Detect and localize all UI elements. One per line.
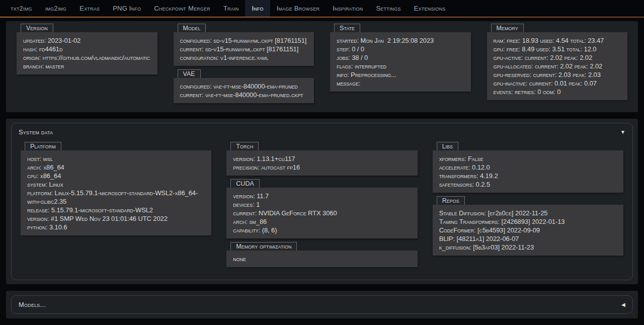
- tab-settings[interactable]: Settings: [369, 0, 407, 17]
- state-info: info: Preprocessing...: [337, 70, 464, 79]
- memory-column: Memory ram: free: 18.93 used: 4.54 total…: [487, 24, 628, 104]
- memory-gpu-reserved: gpu-reserved: current: 2.03 peak: 2.03: [494, 70, 621, 79]
- state-step: step: 0 / 0: [337, 45, 464, 53]
- models-accordion: Models... ◀: [11, 295, 633, 314]
- tab-png-info[interactable]: PNG Info: [106, 0, 147, 17]
- model-panel: Model configured: sd-v15-runwayml.ckpt […: [174, 24, 314, 66]
- state-column: State started: Mon Jan 2 19:25:08 2023 s…: [330, 24, 471, 95]
- cuda-version: version: 11.7: [233, 192, 411, 200]
- platform-python: python: 3.10.6: [27, 223, 205, 231]
- system-data-accordion: System data ▼ Platform host: wsl arch: x…: [11, 123, 633, 280]
- vae-panel-title: VAE: [178, 69, 201, 78]
- state-started: started: Mon Jan 2 19:25:08 2023: [337, 36, 464, 45]
- repos-blip: BLIP: [48211a1] 2022-06-07: [439, 234, 617, 243]
- platform-version: version: #1 SMP Wed Nov 23 01:01:46 UTC …: [27, 214, 205, 223]
- memory-optimization-value: none: [233, 255, 411, 263]
- collapse-closed-icon: ◀: [621, 302, 625, 307]
- models-section: Models... ◀: [6, 291, 638, 318]
- cuda-current: current: NVIDIA GeForce RTX 3060: [233, 209, 411, 217]
- cuda-devices: devices: 1: [233, 200, 411, 209]
- vae-configured: configured: vae-ft-mse-840000-ema-pruned: [180, 82, 308, 91]
- tab-bar: txt2img img2img Extras PNG Info Checkpoi…: [0, 0, 644, 17]
- state-panel: State started: Mon Jan 2 19:25:08 2023 s…: [330, 24, 471, 92]
- platform-system: system: Linux: [27, 180, 205, 189]
- platform-column: Platform host: wsl arch: x86_64 cpu: x86…: [21, 142, 211, 239]
- state-jobs: jobs: 38 / 0: [337, 53, 464, 62]
- cuda-panel: CUDA version: 11.7 devices: 1 current: N…: [226, 179, 417, 238]
- repos-k-diffusion: k_diffusion: [5b3af03] 2022-11-23: [439, 243, 617, 252]
- platform-release: release: 5.15.79.1-microsoft-standard-WS…: [27, 206, 205, 214]
- system-data-title: System data: [19, 128, 53, 136]
- tab-txt2img[interactable]: txt2img: [4, 0, 39, 17]
- model-configuration: configuration: v1-inference.yaml: [180, 53, 308, 62]
- version-panel-title: Version: [21, 24, 53, 32]
- tab-extensions[interactable]: Extensions: [408, 0, 452, 17]
- memory-optimization-panel: Memory optimization none: [226, 242, 417, 267]
- system-data-header[interactable]: System data ▼: [12, 123, 632, 141]
- info-page: Version updated: 2023-01-02 hash: fd4461…: [0, 18, 644, 325]
- repos-panel: Repos Stable Diffusion: [ef2b0ce] 2022-1…: [433, 196, 623, 256]
- tab-checkpoint-merger[interactable]: Checkpoint Merger: [147, 0, 217, 17]
- collapse-open-icon: ▼: [620, 130, 625, 135]
- torch-panel: Torch version: 1.13.1+cu117 precision: a…: [226, 142, 417, 176]
- libs-column: Libs xformers: False accelerate: 0.12.0 …: [433, 142, 623, 259]
- torch-precision: precision: autocast fp16: [233, 163, 411, 172]
- platform-panel-title: Platform: [25, 142, 61, 150]
- tab-extras[interactable]: Extras: [73, 0, 106, 17]
- models-accordion-title: Models...: [19, 301, 46, 308]
- version-column: Version updated: 2023-01-02 hash: fd4461…: [17, 24, 157, 78]
- cuda-panel-title: CUDA: [230, 179, 259, 188]
- version-updated: updated: 2023-01-02: [23, 36, 151, 45]
- version-origin: origin: https://github.com/vladmandic/au…: [23, 53, 151, 62]
- libs-panel: Libs xformers: False accelerate: 0.12.0 …: [433, 142, 623, 193]
- platform-arch: arch: x86_64: [27, 163, 205, 172]
- tab-train[interactable]: Train: [217, 0, 245, 17]
- memory-panel-title: Memory: [491, 24, 524, 32]
- platform-platform: platform: Linux-5.15.79.1-microsoft-stan…: [27, 189, 205, 206]
- repos-stable-diffusion: Stable Diffusion: [ef2b0ce] 2022-11-25: [439, 209, 617, 217]
- libs-xformers: xformers: False: [439, 154, 617, 163]
- vae-current: current: vae-ft-mse-840000-ema-pruned.ck…: [180, 91, 308, 99]
- vae-panel: VAE configured: vae-ft-mse-840000-ema-pr…: [174, 69, 314, 103]
- model-panel-title: Model: [178, 24, 206, 32]
- memory-gpu-inactive: gpu-inactive: current: 0.01 peak: 0.07: [494, 79, 621, 88]
- torch-version: version: 1.13.1+cu117: [233, 154, 411, 163]
- models-accordion-header[interactable]: Models... ◀: [12, 296, 632, 313]
- state-flags: flags: interrupted: [337, 62, 464, 70]
- tab-img2img[interactable]: img2img: [39, 0, 73, 17]
- state-panel-title: State: [334, 24, 360, 32]
- memory-gpu: gpu: free: 8.49 used: 3.51 total: 12.0: [494, 45, 621, 53]
- tab-image-browser[interactable]: Image Browser: [270, 0, 327, 17]
- status-section: Version updated: 2023-01-02 hash: fd4461…: [6, 21, 638, 112]
- libs-transformers: transformers: 4.19.2: [439, 172, 617, 180]
- state-message: message:: [337, 79, 464, 88]
- torch-panel-title: Torch: [230, 142, 259, 150]
- model-column: Model configured: sd-v15-runwayml.ckpt […: [174, 24, 314, 107]
- memory-gpu-allocated: gpu-allocated: current: 2.02 peak: 2.02: [494, 62, 621, 70]
- model-current: current: sd-v15-runwayml.ckpt [81761151]: [180, 45, 308, 53]
- version-hash: hash: fd4461d: [23, 45, 151, 53]
- platform-cpu: cpu: x86_64: [27, 172, 205, 180]
- tab-inspiration[interactable]: Inspiration: [326, 0, 369, 17]
- memory-events: events: retries: 0 oom: 0: [494, 88, 621, 96]
- memory-optimization-panel-title: Memory optimization: [230, 242, 297, 251]
- memory-ram: ram: free: 18.93 used: 4.54 total: 23.47: [494, 36, 621, 45]
- libs-accelerate: accelerate: 0.12.0: [439, 163, 617, 172]
- system-data-section: System data ▼ Platform host: wsl arch: x…: [6, 119, 638, 284]
- repos-panel-title: Repos: [437, 196, 465, 205]
- cuda-capability: capability: (8, 6): [233, 226, 411, 234]
- memory-gpu-active: gpu-active: current: 2.02 peak: 2.02: [494, 53, 621, 62]
- repos-taming-transformers: Taming Transformers: [2426893] 2022-01-1…: [439, 217, 617, 226]
- tab-info[interactable]: Info: [245, 0, 270, 17]
- cuda-arch: arch: sm_86: [233, 217, 411, 226]
- version-panel: Version updated: 2023-01-02 hash: fd4461…: [17, 24, 157, 74]
- platform-host: host: wsl: [27, 154, 205, 163]
- libs-safetensors: safetensors: 0.2.5: [439, 180, 617, 189]
- libs-panel-title: Libs: [437, 142, 458, 150]
- memory-panel: Memory ram: free: 18.93 used: 4.54 total…: [487, 24, 628, 100]
- model-configured: configured: sd-v15-runwayml.ckpt [817611…: [180, 36, 308, 45]
- version-branch: branch: master: [23, 62, 151, 70]
- repos-codeformer: CodeFormer: [c5b4593] 2022-09-09: [439, 226, 617, 234]
- platform-panel: Platform host: wsl arch: x86_64 cpu: x86…: [21, 142, 211, 235]
- torch-column: Torch version: 1.13.1+cu117 precision: a…: [226, 142, 417, 271]
